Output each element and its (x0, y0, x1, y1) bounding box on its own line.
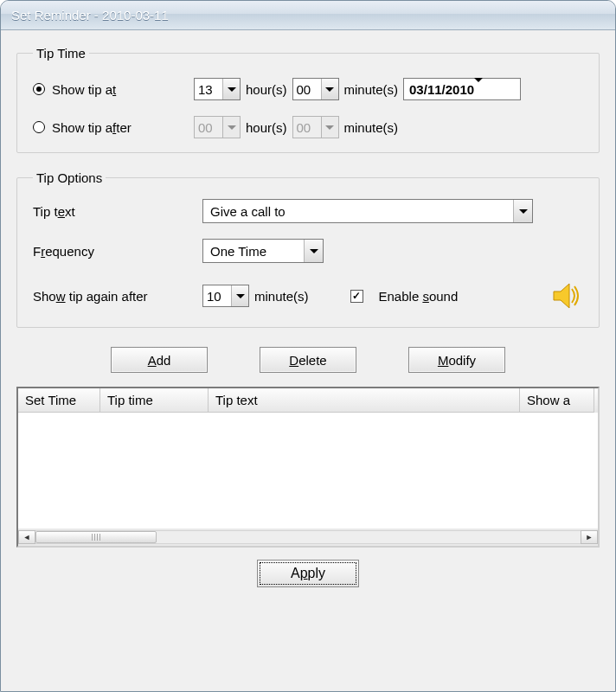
window-title: Set Reminder - 2010-03-11 (11, 8, 169, 22)
chevron-down-icon[interactable] (304, 240, 323, 262)
reminders-grid[interactable]: Set TimeTip timeTip textShow a ◄ ► (16, 387, 600, 548)
grid-header: Set TimeTip timeTip textShow a (18, 388, 598, 413)
scroll-left-button[interactable]: ◄ (18, 530, 35, 544)
tip-text-combo[interactable]: Give a call to (202, 199, 533, 223)
label-hours-2: hour(s) (246, 120, 287, 135)
client-area: Tip Time Show tip at 13 hour(s) 00 minut… (1, 30, 615, 691)
label-tip-text: Tip text (33, 204, 197, 219)
modify-button[interactable]: Modify (408, 347, 505, 373)
row-tip-text: Tip text Give a call to (33, 199, 583, 223)
row-frequency: Frequency One Time (33, 239, 583, 263)
grid-column-header[interactable]: Tip text (209, 388, 520, 413)
row-show-tip-at: Show tip at 13 hour(s) 00 minute(s) 03/1… (33, 78, 583, 100)
radio-show-tip-at-wrap[interactable]: Show tip at (33, 82, 189, 97)
svg-marker-0 (554, 284, 569, 308)
show-at-date[interactable]: 03/11/2010 (403, 78, 521, 100)
radio-show-tip-after-label: Show tip after (52, 120, 132, 135)
grid-column-header[interactable]: Show a (520, 388, 594, 413)
grid-column-header[interactable]: Set Time (18, 388, 100, 413)
apply-row: Apply (16, 548, 600, 587)
chevron-down-icon[interactable] (231, 285, 248, 306)
reminder-dialog: Set Reminder - 2010-03-11 Tip Time Show … (0, 0, 616, 692)
grid-body (18, 413, 598, 529)
label-minutes-2: minute(s) (344, 120, 399, 135)
scroll-right-button[interactable]: ► (581, 530, 598, 544)
radio-show-tip-after-wrap[interactable]: Show tip after (33, 120, 189, 135)
radio-show-tip-at-label: Show tip at (52, 82, 116, 97)
row-show-tip-after: Show tip after 00 hour(s) 00 minute(s) (33, 116, 583, 138)
add-button[interactable]: Add (111, 347, 208, 373)
apply-button[interactable]: Apply (257, 560, 359, 587)
row-show-again: Show tip again after 10 minute(s) Enable… (33, 279, 583, 313)
show-again-minutes[interactable]: 10 (202, 285, 249, 307)
label-enable-sound: Enable sound (379, 289, 459, 304)
chevron-down-icon[interactable] (222, 79, 240, 99)
frequency-combo[interactable]: One Time (202, 239, 324, 263)
show-after-hours: 00 (194, 116, 241, 138)
chevron-down-icon[interactable] (474, 82, 483, 97)
label-hours: hour(s) (246, 82, 287, 97)
label-minutes: minute(s) (344, 82, 399, 97)
chevron-down-icon[interactable] (513, 200, 532, 222)
legend-tip-options: Tip Options (33, 170, 106, 185)
radio-show-tip-after[interactable] (33, 121, 45, 133)
group-tip-options: Tip Options Tip text Give a call to Freq… (16, 170, 600, 328)
label-show-again-unit: minute(s) (254, 289, 309, 304)
show-at-hours[interactable]: 13 (194, 78, 241, 100)
legend-tip-time: Tip Time (33, 46, 89, 61)
chevron-down-icon (321, 117, 338, 138)
action-button-row: Add Delete Modify (16, 347, 600, 373)
titlebar[interactable]: Set Reminder - 2010-03-11 (1, 1, 615, 30)
radio-show-tip-at[interactable] (33, 83, 45, 95)
label-show-again: Show tip again after (33, 289, 197, 304)
chevron-down-icon (222, 117, 240, 138)
speaker-icon (549, 279, 583, 313)
scroll-track[interactable] (35, 530, 581, 544)
checkbox-enable-sound[interactable] (350, 290, 363, 303)
delete-button[interactable]: Delete (260, 347, 356, 373)
chevron-down-icon[interactable] (321, 79, 338, 99)
group-tip-time: Tip Time Show tip at 13 hour(s) 00 minut… (16, 46, 600, 153)
show-after-minutes: 00 (292, 116, 339, 138)
show-at-minutes[interactable]: 00 (292, 78, 339, 100)
grid-horizontal-scrollbar[interactable]: ◄ ► (18, 529, 598, 546)
label-frequency: Frequency (33, 244, 197, 259)
scroll-thumb[interactable] (35, 531, 157, 543)
grid-column-header[interactable]: Tip time (100, 388, 209, 413)
